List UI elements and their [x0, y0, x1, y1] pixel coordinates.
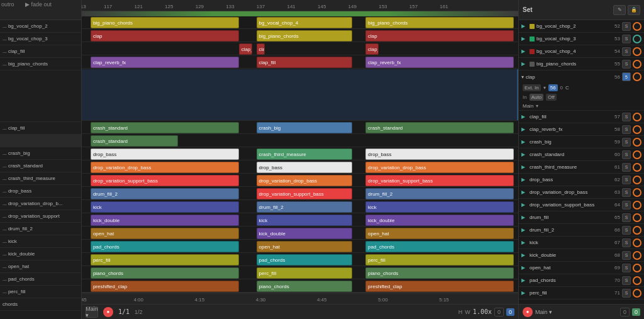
clip-big-piano-chords-2[interactable]: big_piano_chords: [365, 17, 514, 28]
knob-1[interactable]: [633, 22, 641, 31]
s-button-19[interactable]: S: [622, 289, 631, 298]
track-row-14[interactable]: pad_chords open_hat pad_chords: [82, 240, 518, 253]
knob-3[interactable]: [633, 47, 641, 56]
clip-big-piano-chords-1[interactable]: big_piano_chords: [91, 17, 239, 28]
mixer-row-drum-fill[interactable]: ▶ drum_fill 65 S: [519, 211, 644, 224]
clip-clap-2[interactable]: clap: [365, 30, 514, 42]
knob-7[interactable]: [633, 138, 641, 147]
clip-piano-chords-3[interactable]: piano_chords: [257, 281, 353, 292]
clip-open-hat-1[interactable]: open_hat: [91, 228, 239, 239]
knob-19[interactable]: [633, 289, 641, 298]
s-button-clap[interactable]: 5: [622, 72, 631, 81]
mixer-row-bg-vocal-chop-2[interactable]: ▶ bg_vocal_chop_2 52 S: [519, 20, 644, 33]
s-button-2[interactable]: S: [622, 35, 631, 43]
blue-box[interactable]: 0: [506, 308, 514, 316]
track-row-2[interactable]: clap big_piano_chords clap: [82, 30, 518, 42]
knob-8[interactable]: [633, 150, 641, 159]
clip-clap-1[interactable]: clap: [91, 30, 239, 42]
clap-expand-icon[interactable]: ▾: [521, 74, 524, 80]
clip-piano-chords-2[interactable]: piano_chords: [365, 267, 514, 279]
mixer-row-drop-bass[interactable]: ▶ drop_bass 62 S: [519, 174, 644, 186]
clip-kick-double-3[interactable]: kick_double: [257, 228, 353, 239]
clip-kick-1[interactable]: kick: [91, 201, 239, 213]
clip-open-hat-2[interactable]: open_hat: [365, 228, 514, 239]
track-row-7[interactable]: drop_bass crash_third_measure drop_bass: [82, 148, 518, 160]
knob-9[interactable]: [633, 163, 641, 172]
s-button-17[interactable]: S: [622, 264, 631, 272]
track-row-13[interactable]: open_hat kick_double open_hat: [82, 227, 518, 240]
s-button-1[interactable]: S: [622, 22, 631, 31]
clip-open-hat-3[interactable]: open_hat: [257, 241, 353, 252]
clip-clap-reverb-2[interactable]: clap_reverb_fx: [365, 57, 514, 68]
knob-clap[interactable]: [633, 72, 641, 81]
clip-drum-fill-2-2[interactable]: drum_fill_2: [365, 188, 514, 199]
knob-4[interactable]: [633, 60, 641, 69]
s-button-9[interactable]: S: [622, 163, 631, 172]
mixer-row-bg-vocal-chop-4[interactable]: ▶ bg_vocal_chop_4 54 S: [519, 45, 644, 58]
mixer-row-drum-fill-2[interactable]: ▶ drum_fill_2 66 S: [519, 224, 644, 237]
s-button-5[interactable]: S: [622, 113, 631, 121]
clip-drop-bass-1[interactable]: drop_bass: [91, 148, 239, 160]
mixer-row-drop-var-support[interactable]: ▶ drop_variation_support_bass 64 S: [519, 199, 644, 211]
s-button-16[interactable]: S: [622, 251, 631, 260]
track-label-kick[interactable]: ... kick: [0, 235, 81, 248]
s-button-15[interactable]: S: [622, 238, 631, 247]
clip-drop-var-support-1[interactable]: drop_variation_support_bass: [91, 175, 239, 186]
track-label-clap-main[interactable]: [0, 70, 81, 122]
s-button-13[interactable]: S: [622, 213, 631, 222]
track-row-17[interactable]: preshifted_clap piano_chords preshifted_…: [82, 280, 518, 293]
lock-button[interactable]: 🔒: [628, 5, 640, 15]
mixer-record-btn[interactable]: ●: [523, 307, 533, 317]
s-button-14[interactable]: S: [622, 226, 631, 235]
mixer-row-open-hat[interactable]: ▶ open_hat 69 S: [519, 262, 644, 274]
track-row-16[interactable]: piano_chords perc_fill piano_chords: [82, 267, 518, 279]
track-row-1[interactable]: big_piano_chords bg_vocal_chop_4 big_pia…: [82, 16, 518, 29]
clip-perc-fill-3[interactable]: perc_fill: [257, 267, 353, 279]
track-label-clap-fill-2[interactable]: ... clap_fill: [0, 122, 81, 135]
clip-clap-reverb-1[interactable]: clap_reverb_fx: [91, 57, 239, 68]
s-button-8[interactable]: S: [622, 150, 631, 159]
track-label-clap-fill-1[interactable]: ... clap_fill: [0, 45, 81, 58]
track-label-big-piano-chords[interactable]: ... big_piano_chords: [0, 58, 81, 70]
track-label-bg-vocal-chop-3[interactable]: ... bg_vocal_chop_3: [0, 33, 81, 45]
track-label-crash-big[interactable]: ... crash_big: [0, 147, 81, 160]
zero-box-1[interactable]: 0: [494, 308, 504, 316]
clip-drum-fill-2-1[interactable]: drum_fill_2: [91, 188, 239, 199]
track-label-drop-var-support[interactable]: ... drop_variation_support: [0, 210, 81, 223]
clip-crash-standard-2[interactable]: crash_standard: [365, 122, 514, 133]
track-label-perc-fill[interactable]: ... perc_fill: [0, 286, 81, 298]
clip-clap-3[interactable]: clap: [257, 43, 265, 55]
mixer-row-crash-standard[interactable]: ▶ crash_standard 60 S: [519, 148, 644, 161]
mixer-row-big-piano-chords[interactable]: ▶ big_piano_chords 55 S: [519, 58, 644, 70]
ext-dropdown[interactable]: ▾: [543, 85, 546, 91]
mixer-row-crash-big[interactable]: ▶ crash_big 59 S: [519, 136, 644, 148]
clip-kick-double-2[interactable]: kick_double: [365, 215, 514, 226]
clip-drop-var-drop-1[interactable]: drop_variation_drop_bass: [91, 162, 239, 173]
main-dropdown-icon[interactable]: ▾: [536, 103, 538, 109]
track-row-8[interactable]: drop_variation_drop_bass drop_bass drop_…: [82, 161, 518, 174]
s-button-6[interactable]: S: [622, 125, 631, 134]
s-button-11[interactable]: S: [622, 188, 631, 197]
clip-big-piano-chords-3[interactable]: big_piano_chords: [257, 30, 353, 42]
track-label-bg-vocal-chop-2[interactable]: ... bg_vocal_chop_2: [0, 20, 81, 33]
clip-perc-fill-2[interactable]: perc_fill: [365, 254, 514, 266]
track-label-drop-var-drop[interactable]: ... drop_variation_drop_b...: [0, 198, 81, 210]
s-button-10[interactable]: S: [622, 176, 631, 184]
track-row-12[interactable]: kick_double kick kick_double: [82, 214, 518, 227]
clip-drum-fill-2-3[interactable]: drum_fill_2: [257, 201, 353, 213]
off-btn[interactable]: Off: [546, 94, 557, 101]
knob-11[interactable]: [633, 188, 641, 197]
mixer-row-clap-reverb[interactable]: ▶ clap_reverb_fx 58 S: [519, 123, 644, 136]
clip-kick-2[interactable]: kick: [365, 201, 514, 213]
knob-15[interactable]: [633, 238, 641, 247]
track-row-11[interactable]: kick drum_fill_2 kick: [82, 201, 518, 213]
clip-perc-fill-1[interactable]: perc_fill: [91, 254, 239, 266]
s-button-12[interactable]: S: [622, 201, 631, 210]
clip-clap-fill-2[interactable]: clap_fill: [365, 43, 379, 55]
clip-crash-standard-1[interactable]: crash_standard: [91, 122, 239, 133]
track-label-drop-bass[interactable]: ... drop_bass: [0, 185, 81, 198]
clip-preshifted-clap-1[interactable]: preshifted_clap: [91, 281, 239, 292]
knob-17[interactable]: [633, 264, 641, 272]
mixer-row-drop-var-drop[interactable]: ▶ drop_variation_drop_bass 63 S: [519, 186, 644, 199]
track-label-kick-double[interactable]: ... kick_double: [0, 248, 81, 260]
